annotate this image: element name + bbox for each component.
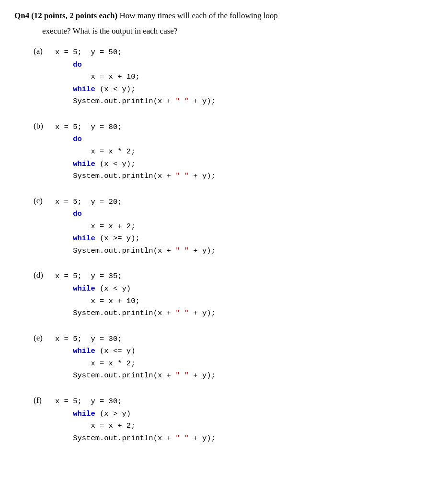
code-line: System.out.println(x + " " + y); [55,433,216,445]
keyword-do: do [73,135,82,143]
keyword-while: while [73,284,95,293]
part-c-code: x = 5; y = 20; do x = x + 2; while (x >=… [55,196,216,257]
question-subtext: execute? What is the output in each case… [42,25,434,37]
part-d: (d) x = 5; y = 35; while (x < y) x = x +… [34,270,434,319]
part-f-code: x = 5; y = 30; while (x > y) x = x + 2; … [55,396,216,444]
code-line: x = 5; y = 20; [55,196,216,209]
question-header: Qn4 (12 points, 2 points each) How many … [14,10,434,22]
code-line: while (x < y); [55,83,216,96]
code-line: x = 5; y = 80; [55,121,216,134]
code-line: System.out.println(x + " " + y); [55,307,216,320]
code-line: x = 5; y = 50; [55,47,216,59]
code-line: System.out.println(x + " " + y); [55,245,216,257]
code-line: do [55,59,216,71]
keyword-while: while [73,160,95,168]
string-literal: " " [175,97,189,105]
part-d-code: x = 5; y = 35; while (x < y) x = x + 10;… [55,270,216,319]
parts-container: (a) x = 5; y = 50; do x = x + 10; while … [34,47,434,444]
keyword-while: while [73,409,95,418]
code-line: x = 5; y = 30; [55,333,216,346]
string-literal: " " [175,172,189,180]
part-a: (a) x = 5; y = 50; do x = x + 10; while … [34,47,434,108]
part-e: (e) x = 5; y = 30; while (x <= y) x = x … [34,333,434,382]
part-f-label: (f) [34,396,55,444]
code-line: while (x < y) [55,283,216,295]
code-line: System.out.println(x + " " + y); [55,95,216,108]
code-line: x = x * 2; [55,146,216,158]
code-line: x = 5; y = 35; [55,270,216,283]
part-a-code: x = 5; y = 50; do x = x + 10; while (x <… [55,47,216,108]
code-line: System.out.println(x + " " + y); [55,370,216,382]
string-literal: " " [175,434,189,443]
keyword-do: do [73,60,82,69]
part-e-label: (e) [34,333,55,382]
keyword-while: while [73,347,95,355]
part-e-code: x = 5; y = 30; while (x <= y) x = x * 2;… [55,333,216,382]
code-line: do [55,208,216,221]
code-line: x = x * 2; [55,358,216,370]
keyword-while: while [73,234,95,243]
code-line: x = x + 10; [55,71,216,83]
part-d-label: (d) [34,270,55,319]
string-literal: " " [175,309,189,317]
code-line: while (x <= y) [55,345,216,358]
code-line: while (x > y) [55,408,216,421]
code-line: x = x + 2; [55,420,216,433]
question-label: Qn4 [14,10,29,22]
part-b-code: x = 5; y = 80; do x = x * 2; while (x < … [55,121,216,183]
part-c-label: (c) [34,196,55,257]
code-line: x = x + 2; [55,221,216,233]
part-c: (c) x = 5; y = 20; do x = x + 2; while (… [34,196,434,257]
part-a-label: (a) [34,47,55,108]
code-line: System.out.println(x + " " + y); [55,170,216,183]
keyword-while: while [73,85,95,94]
question-points: (12 points, 2 points each) How many time… [31,10,278,22]
code-line: x = 5; y = 30; [55,396,216,408]
keyword-do: do [73,210,82,218]
part-b: (b) x = 5; y = 80; do x = x * 2; while (… [34,121,434,183]
part-f: (f) x = 5; y = 30; while (x > y) x = x +… [34,396,434,444]
code-line: x = x + 10; [55,295,216,308]
code-line: while (x < y); [55,158,216,171]
string-literal: " " [175,246,189,255]
code-line: do [55,133,216,146]
code-line: while (x >= y); [55,233,216,245]
string-literal: " " [175,371,189,380]
part-b-label: (b) [34,121,55,183]
